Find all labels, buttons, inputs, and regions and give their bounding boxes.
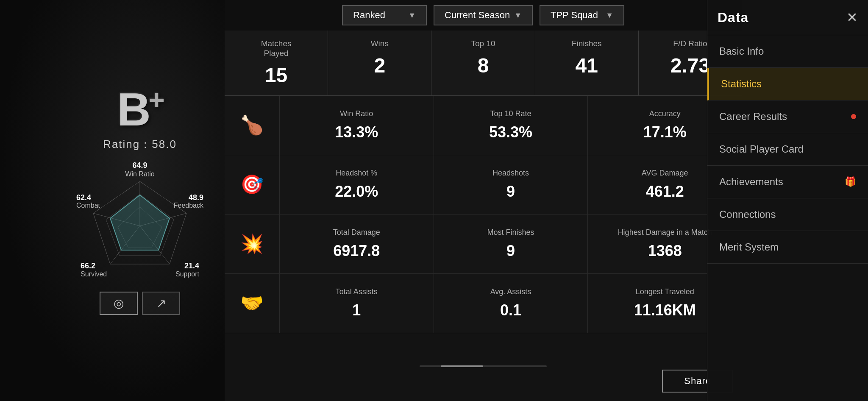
wins-value: 2 — [335, 54, 424, 77]
nav-item-achievements[interactable]: Achievements 🎁 — [707, 166, 868, 198]
matches-played-value: 15 — [231, 64, 321, 87]
social-player-card-label: Social Player Card — [719, 143, 804, 155]
headshot-pct-label: Headshot % — [288, 168, 425, 178]
merit-system-label: Merit System — [719, 241, 779, 253]
nav-item-basic-info[interactable]: Basic Info — [707, 35, 868, 68]
ranked-dropdown[interactable]: Ranked ▼ — [342, 5, 427, 25]
connections-label: Connections — [719, 209, 776, 220]
chicken-dinner-icon: 🍗 — [240, 114, 264, 136]
headshot-stats-row: 🎯 Headshot % 22.0% Headshots 9 AVG Damag… — [225, 155, 742, 214]
headshot-pct-cell: Headshot % 22.0% — [280, 155, 434, 214]
win-stats-cells: Win Ratio 13.3% Top 10 Rate 53.3% Accura… — [280, 96, 742, 155]
nav-item-connections[interactable]: Connections — [707, 198, 868, 231]
wins-label: Wins — [335, 39, 424, 49]
mode-chevron: ▼ — [606, 11, 613, 20]
sidebar-title: Data — [718, 10, 748, 25]
headshots-label: Headshots — [442, 168, 579, 178]
win-ratio-label: Win Ratio — [125, 170, 154, 178]
win-ratio-value: 64.9 — [132, 161, 147, 170]
season-label: Current Season — [445, 10, 510, 21]
avg-assists-cell: Avg. Assists 0.1 — [434, 274, 588, 333]
filter-bar: Ranked ▼ Current Season ▼ TPP Squad ▼ — [225, 0, 742, 31]
feedback-label: Feedback — [174, 202, 203, 209]
top10-rate-value: 53.3% — [442, 123, 579, 141]
survived-label: Survived — [81, 270, 107, 278]
top10-rate-label: Top 10 Rate — [442, 109, 579, 119]
nav-item-merit-system[interactable]: Merit System — [707, 231, 868, 264]
top10-cell: Top 10 8 — [431, 31, 535, 95]
wins-cell: Wins 2 — [328, 31, 431, 95]
season-chevron: ▼ — [514, 11, 522, 20]
most-finishes-value: 9 — [442, 242, 579, 260]
avg-assists-value: 0.1 — [442, 301, 579, 319]
finishes-value: 41 — [542, 54, 632, 77]
total-assists-label: Total Assists — [288, 287, 425, 297]
headshots-cell: Headshots 9 — [434, 155, 588, 214]
scroll-indicator — [420, 365, 547, 367]
radar-labels: 64.9 Win Ratio 48.9 Feedback 21.4 Suppor… — [76, 164, 203, 279]
win-stats-row: 🍗 Win Ratio 13.3% Top 10 Rate 53.3% Accu… — [225, 96, 742, 155]
explosion-icon: 💥 — [240, 233, 264, 255]
ranked-label: Ranked — [353, 10, 385, 21]
scroll-thumb — [441, 365, 483, 367]
assist-stats-cells: Total Assists 1 Avg. Assists 0.1 Longest… — [280, 274, 742, 333]
target-icon: 🎯 — [240, 173, 264, 195]
mode-dropdown[interactable]: TPP Squad ▼ — [540, 5, 624, 25]
rating-text: Rating：58.0 — [103, 137, 177, 152]
radar-icon: ◎ — [114, 296, 124, 310]
sidebar-header: Data ✕ — [707, 0, 868, 35]
combat-value: 62.4 — [76, 193, 91, 202]
chart-view-button[interactable]: ↗ — [142, 292, 180, 315]
top10-value: 8 — [438, 54, 528, 77]
assist-stats-row: 🤝 Total Assists 1 Avg. Assists 0.1 Longe… — [225, 274, 742, 333]
nav-item-career-results[interactable]: Career Results — [707, 100, 868, 133]
nav-item-statistics[interactable]: Statistics — [707, 68, 868, 100]
radar-chart-container: 64.9 Win Ratio 48.9 Feedback 21.4 Suppor… — [76, 164, 203, 279]
nav-item-social-player-card[interactable]: Social Player Card — [707, 133, 868, 166]
assist-icon-cell: 🤝 — [225, 274, 280, 333]
handshake-icon: 🤝 — [240, 292, 264, 314]
win-ratio-cell: Win Ratio 13.3% — [280, 96, 434, 155]
statistics-label: Statistics — [721, 78, 762, 90]
sidebar-nav: Basic Info Statistics Career Results Soc… — [707, 35, 868, 401]
mode-label: TPP Squad — [551, 10, 598, 21]
total-assists-cell: Total Assists 1 — [280, 274, 434, 333]
matches-played-label: MatchesPlayed — [231, 39, 321, 58]
achievements-label: Achievements — [719, 176, 783, 188]
damage-icon-cell: 💥 — [225, 214, 280, 273]
combat-label: Combat — [76, 202, 100, 209]
close-button[interactable]: ✕ — [846, 9, 858, 25]
career-results-label: Career Results — [719, 111, 787, 123]
support-label: Support — [175, 270, 199, 278]
avg-assists-label: Avg. Assists — [442, 287, 579, 297]
rank-badge: B+ — [103, 86, 177, 133]
headshots-value: 9 — [442, 183, 579, 200]
win-ratio-value-detail: 13.3% — [288, 123, 425, 141]
summary-row: MatchesPlayed 15 Wins 2 Top 10 8 Finishe… — [225, 31, 742, 96]
chart-icon: ↗ — [156, 296, 166, 310]
finishes-cell: Finishes 41 — [535, 31, 639, 95]
bottom-buttons: ◎ ↗ — [100, 292, 180, 315]
stats-area: MatchesPlayed 15 Wins 2 Top 10 8 Finishe… — [225, 31, 742, 401]
right-sidebar: Data ✕ Basic Info Statistics Career Resu… — [707, 0, 868, 401]
radar-view-button[interactable]: ◎ — [100, 292, 138, 315]
total-damage-cell: Total Damage 6917.8 — [280, 214, 434, 273]
season-dropdown[interactable]: Current Season ▼ — [434, 5, 533, 25]
rank-letter: B — [117, 83, 148, 135]
rating-section: B+ Rating：58.0 — [103, 86, 177, 152]
basic-info-label: Basic Info — [719, 45, 764, 57]
feedback-value: 48.9 — [189, 193, 203, 202]
damage-stats-cells: Total Damage 6917.8 Most Finishes 9 High… — [280, 214, 742, 273]
win-icon-cell: 🍗 — [225, 96, 280, 155]
ranked-chevron: ▼ — [408, 11, 416, 20]
total-damage-label: Total Damage — [288, 228, 425, 237]
achievements-gift-icon: 🎁 — [845, 176, 856, 187]
rank-plus: + — [149, 84, 163, 115]
support-value: 21.4 — [184, 262, 199, 270]
career-results-notif — [851, 114, 856, 119]
most-finishes-label: Most Finishes — [442, 228, 579, 237]
top10-rate-cell: Top 10 Rate 53.3% — [434, 96, 588, 155]
most-finishes-cell: Most Finishes 9 — [434, 214, 588, 273]
matches-played-cell: MatchesPlayed 15 — [225, 31, 328, 95]
headshot-icon-cell: 🎯 — [225, 155, 280, 214]
